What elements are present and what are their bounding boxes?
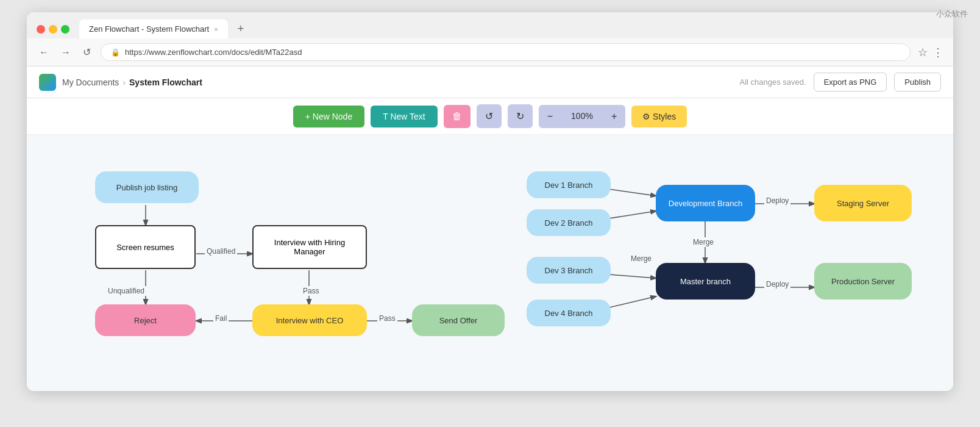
traffic-lights [37, 25, 69, 34]
new-tab-button[interactable]: + [233, 20, 249, 38]
export-button[interactable]: Export as PNG [814, 73, 887, 92]
publish-button[interactable]: Publish [894, 73, 941, 92]
dev3-node[interactable]: Dev 3 Branch [527, 257, 611, 284]
zoom-out-button[interactable]: − [539, 105, 561, 128]
watermark: 小众软件 [936, 9, 968, 20]
edge-label-merge1: Merge [691, 237, 715, 247]
tab-title: Zen Flowchart - System Flowchart [89, 24, 209, 34]
dev2-node[interactable]: Dev 2 Branch [527, 209, 611, 236]
dev4-node[interactable]: Dev 4 Branch [527, 300, 611, 326]
browser-tab[interactable]: Zen Flowchart - System Flowchart × [79, 20, 228, 38]
new-node-button[interactable]: + New Node [293, 106, 364, 127]
title-bar: Zen Flowchart - System Flowchart × + [27, 12, 953, 38]
screen-node[interactable]: Screen resumes [95, 225, 196, 269]
canvas[interactable]: Qualified Unqualified Pass Fail Pass Dep… [27, 135, 953, 391]
browser-window: Zen Flowchart - System Flowchart × + ← →… [27, 12, 953, 391]
dev-branch-node[interactable]: Development Branch [656, 185, 755, 221]
zoom-level: 100% [561, 105, 603, 128]
zoom-controls: − 100% + [539, 105, 626, 128]
edge-label-pass2: Pass [377, 314, 397, 323]
breadcrumb-separator: › [122, 77, 126, 87]
interview-hm-node[interactable]: Interview with Hiring Manager [252, 225, 367, 269]
edge-label-fail: Fail [213, 314, 229, 323]
url-text: https://www.zenflowchart.com/docs/edit/M… [125, 48, 302, 57]
browser-toolbar-actions: ☆ ⋮ [918, 46, 943, 59]
edge-label-deploy1: Deploy [764, 196, 790, 206]
url-bar[interactable]: 🔒 https://www.zenflowchart.com/docs/edit… [101, 43, 911, 61]
address-bar: ← → ↺ 🔒 https://www.zenflowchart.com/doc… [27, 38, 953, 66]
back-button[interactable]: ← [37, 45, 51, 60]
forward-button[interactable]: → [59, 45, 73, 60]
edge-label-merge2: Merge [629, 254, 653, 264]
new-text-button[interactable]: T New Text [371, 106, 438, 127]
app-bar-right: All changes saved. Export as PNG Publish [740, 73, 941, 92]
publish-node[interactable]: Publish job listing [95, 171, 199, 203]
refresh-button[interactable]: ↺ [80, 44, 93, 60]
breadcrumb: My Documents › System Flowchart [62, 77, 202, 87]
delete-button[interactable]: 🗑 [444, 105, 470, 128]
logo-icon [39, 74, 56, 91]
interview-ceo-node[interactable]: Interview with CEO [252, 304, 367, 336]
zoom-in-button[interactable]: + [603, 105, 625, 128]
edge-label-qualified: Qualified [205, 246, 237, 256]
staging-node[interactable]: Staging Server [814, 185, 912, 221]
close-button[interactable] [37, 25, 45, 34]
edge-label-unqualified: Unqualified [106, 286, 146, 296]
edge-label-pass1: Pass [301, 286, 321, 296]
minimize-button[interactable] [49, 25, 57, 34]
menu-icon[interactable]: ⋮ [932, 46, 943, 59]
bookmark-icon[interactable]: ☆ [918, 46, 928, 59]
saved-status: All changes saved. [740, 77, 806, 87]
send-offer-node[interactable]: Send Offer [412, 304, 505, 336]
tab-close-icon[interactable]: × [214, 26, 218, 33]
styles-button[interactable]: ⚙ Styles [631, 106, 687, 127]
redo-button[interactable]: ↻ [508, 104, 533, 128]
edge-label-deploy2: Deploy [764, 279, 790, 289]
dev1-node[interactable]: Dev 1 Branch [527, 171, 611, 198]
breadcrumb-current: System Flowchart [129, 77, 202, 87]
maximize-button[interactable] [61, 25, 69, 34]
reject-node[interactable]: Reject [95, 304, 196, 336]
master-node[interactable]: Master branch [656, 263, 755, 300]
breadcrumb-home[interactable]: My Documents [62, 77, 119, 87]
editor-toolbar: + New Node T New Text 🗑 ↺ ↻ − 100% + ⚙ S… [27, 98, 953, 135]
production-node[interactable]: Production Server [814, 263, 912, 300]
lock-icon: 🔒 [111, 48, 120, 57]
app-logo: My Documents › System Flowchart [39, 74, 202, 91]
app-bar: My Documents › System Flowchart All chan… [27, 66, 953, 98]
undo-button[interactable]: ↺ [477, 104, 502, 128]
